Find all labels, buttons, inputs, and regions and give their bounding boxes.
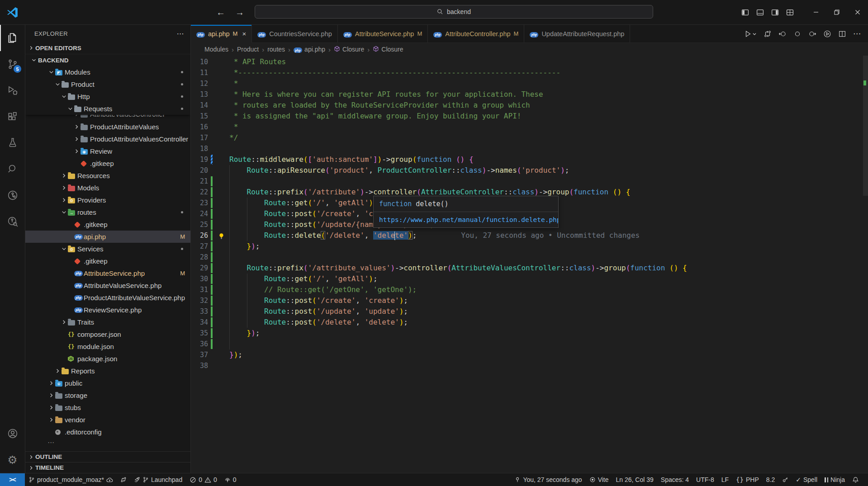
chevron-down-icon[interactable]	[47, 69, 55, 75]
tree-row[interactable]: {}composer.json	[25, 328, 190, 340]
tree-row[interactable]: Models	[25, 182, 190, 194]
code-line-38[interactable]: 38	[191, 360, 868, 371]
chevron-right-icon[interactable]	[60, 197, 68, 203]
chevron-right-icon[interactable]	[47, 404, 55, 411]
tree-row[interactable]: phpReviewService.php	[25, 304, 190, 316]
chevron-right-icon[interactable]	[73, 115, 81, 118]
ninja-item[interactable]: Ninja	[821, 473, 849, 486]
code-line-15[interactable]: 15 * is assigned the "api" middleware gr…	[191, 111, 868, 122]
eol-item[interactable]: LF	[718, 473, 732, 486]
tree-row[interactable]: .gitkeep	[25, 255, 190, 267]
toggle-panel-icon[interactable]	[756, 9, 764, 16]
tab-api-php[interactable]: phpapi.phpM×	[191, 25, 252, 43]
tree-row[interactable]: vendor	[25, 414, 190, 426]
notifications-item[interactable]	[849, 473, 863, 486]
workspace-root-section[interactable]: BACKEND	[25, 54, 190, 66]
code-line-17[interactable]: 17*/	[191, 132, 868, 143]
breadcrumb-item[interactable]: Modules	[204, 46, 228, 53]
indentation-item[interactable]: Spaces: 4	[657, 473, 693, 486]
restore-button[interactable]	[826, 0, 847, 24]
code-line-18[interactable]: 18	[191, 143, 868, 154]
gitlens-search-commits-icon[interactable]	[0, 208, 25, 235]
code-line-11[interactable]: 11 *------------------------------------…	[191, 67, 868, 78]
extensions-icon[interactable]	[0, 104, 25, 130]
code-line-13[interactable]: 13 * Here is where you can register API …	[191, 89, 868, 100]
chevron-right-icon[interactable]	[47, 392, 55, 399]
source-control-icon[interactable]: 5	[0, 51, 25, 77]
customize-layout-icon[interactable]	[786, 9, 794, 16]
command-center-search[interactable]: backend	[255, 5, 653, 19]
blame-item[interactable]: You, 27 seconds ago	[511, 473, 585, 486]
code-line-31[interactable]: 31 // Route::get('/getOne', 'getOne');	[191, 284, 868, 295]
tab-countriesservice-php[interactable]: phpCountriesService.php	[252, 25, 338, 42]
tab-updateattributerequest-php[interactable]: phpUpdateAttributeRequest.php	[524, 25, 630, 42]
language-mode-item[interactable]: {}PHP	[732, 473, 763, 486]
tree-row[interactable]: ⊕public	[25, 377, 190, 389]
tree-row[interactable]: .editorconfig	[25, 426, 190, 438]
explorer-icon[interactable]	[0, 25, 25, 51]
tree-row[interactable]: ⚙Providers	[25, 194, 190, 206]
code-editor[interactable]: 10 * API Routes11 *---------------------…	[191, 56, 868, 473]
code-line-12[interactable]: 12 *	[191, 78, 868, 89]
problems-item[interactable]: 00	[186, 473, 221, 486]
close-tab-icon[interactable]: ×	[242, 30, 246, 38]
run-debug-icon[interactable]	[0, 77, 25, 104]
gitlens-inspect-icon[interactable]	[0, 182, 25, 208]
encoding-item[interactable]: UTF-8	[693, 473, 718, 486]
more-actions-icon[interactable]: ⋯	[853, 30, 861, 38]
chevron-down-icon[interactable]	[60, 93, 68, 100]
tree-row[interactable]: AttributeValuesController	[25, 115, 190, 121]
accounts-icon[interactable]	[0, 420, 25, 447]
code-line-16[interactable]: 16 *	[191, 122, 868, 132]
code-line-35[interactable]: 35 });	[191, 328, 868, 339]
tree-row[interactable]: ◩Modules	[25, 66, 190, 78]
chevron-right-icon[interactable]	[47, 380, 55, 387]
tree-row[interactable]: Resources	[25, 170, 190, 182]
run-button[interactable]	[744, 30, 757, 38]
spell-item[interactable]: ✓Spell	[792, 473, 821, 486]
chevron-down-icon[interactable]	[66, 105, 74, 112]
next-change-icon[interactable]	[808, 30, 816, 38]
remote-indicator[interactable]: ><	[0, 473, 25, 486]
code-line-21[interactable]: 21	[191, 176, 868, 187]
toggle-primary-sidebar-icon[interactable]	[741, 9, 749, 16]
license-key-item[interactable]	[778, 473, 792, 486]
toggle-secondary-sidebar-icon[interactable]	[771, 9, 779, 16]
code-line-20[interactable]: 20 Route::apiResource('product', Product…	[191, 165, 868, 176]
cursor-position-item[interactable]: Ln 26, Col 39	[612, 473, 657, 486]
chevron-right-icon[interactable]	[60, 184, 68, 191]
code-line-27[interactable]: 27 });	[191, 241, 868, 252]
nav-forward-arrow-icon[interactable]: →	[235, 7, 244, 18]
tree-row[interactable]: Traits	[25, 316, 190, 328]
split-editor-icon[interactable]	[838, 30, 846, 38]
tree-row[interactable]: stubs	[25, 401, 190, 414]
task-item[interactable]: Vite	[586, 473, 612, 486]
code-line-28[interactable]: 28	[191, 252, 868, 263]
code-line-26[interactable]: 26 Route::delete('/delete', 'delete');Yo…	[191, 230, 868, 241]
tree-overflow-row[interactable]: ⋯	[25, 438, 190, 447]
tree-row[interactable]: phpapi.phpM	[25, 231, 190, 243]
unchanged-region-icon[interactable]	[793, 30, 802, 38]
run-in-circle-icon[interactable]	[823, 30, 831, 38]
chevron-right-icon[interactable]	[60, 319, 68, 326]
search-icon[interactable]	[0, 156, 25, 182]
ports-item[interactable]: 0	[221, 473, 240, 486]
chevron-right-icon[interactable]	[47, 416, 55, 423]
code-line-29[interactable]: 29 Route::prefix('/attribute_values')->c…	[191, 263, 868, 274]
code-line-33[interactable]: 33 Route::post('/update', 'update');	[191, 306, 868, 317]
tree-row[interactable]: Product	[25, 78, 190, 90]
timeline-section[interactable]: TIMELINE	[25, 462, 190, 473]
code-line-14[interactable]: 14 * routes are loaded by the RouteServi…	[191, 100, 868, 111]
chevron-down-icon[interactable]	[60, 209, 68, 216]
tree-row[interactable]: ◉Review	[25, 145, 190, 157]
editor-scrollbar[interactable]	[863, 56, 868, 196]
chevron-right-icon[interactable]	[73, 123, 81, 130]
breadcrumb-item[interactable]: routes	[267, 46, 285, 53]
open-changes-icon[interactable]	[764, 30, 772, 38]
nav-back-arrow-icon[interactable]: ←	[216, 7, 225, 18]
chevron-right-icon[interactable]	[60, 172, 68, 179]
tree-row[interactable]: Reports	[25, 365, 190, 377]
git-branch-item[interactable]: product_module_moaz*	[25, 473, 117, 486]
tree-row[interactable]: ⚙Services	[25, 243, 190, 255]
tree-row[interactable]: phpAttributeService.phpM	[25, 267, 190, 279]
